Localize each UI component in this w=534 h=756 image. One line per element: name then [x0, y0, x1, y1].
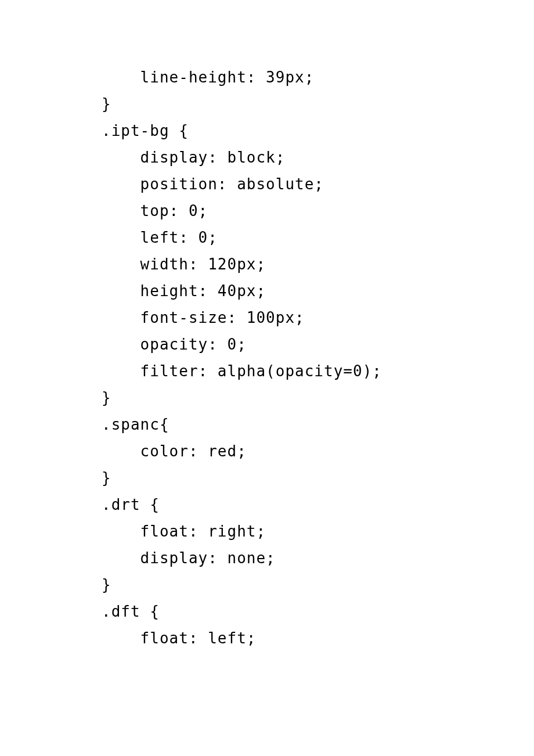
code-line: display: none; [102, 545, 534, 571]
code-line: left: 0; [102, 224, 534, 251]
code-line: line-height: 39px; [102, 64, 534, 91]
code-line: } [102, 571, 534, 598]
code-line: font-size: 100px; [102, 304, 534, 331]
code-line: float: left; [102, 625, 534, 651]
code-line: display: block; [102, 144, 534, 171]
code-line: top: 0; [102, 197, 534, 224]
code-line: .ipt-bg { [102, 117, 534, 144]
code-line: color: red; [102, 438, 534, 465]
code-block: line-height: 39px;}.ipt-bg { display: bl… [0, 0, 534, 651]
code-line: height: 40px; [102, 278, 534, 304]
code-line: opacity: 0; [102, 331, 534, 358]
code-line: .drt { [102, 491, 534, 518]
code-line: } [102, 465, 534, 491]
code-line: position: absolute; [102, 171, 534, 197]
code-line: .spanc{ [102, 411, 534, 438]
code-line: .dft { [102, 598, 534, 625]
code-line: } [102, 91, 534, 117]
code-line: float: right; [102, 518, 534, 545]
code-line: width: 120px; [102, 251, 534, 278]
code-line: filter: alpha(opacity=0); [102, 358, 534, 384]
code-line: } [102, 384, 534, 411]
